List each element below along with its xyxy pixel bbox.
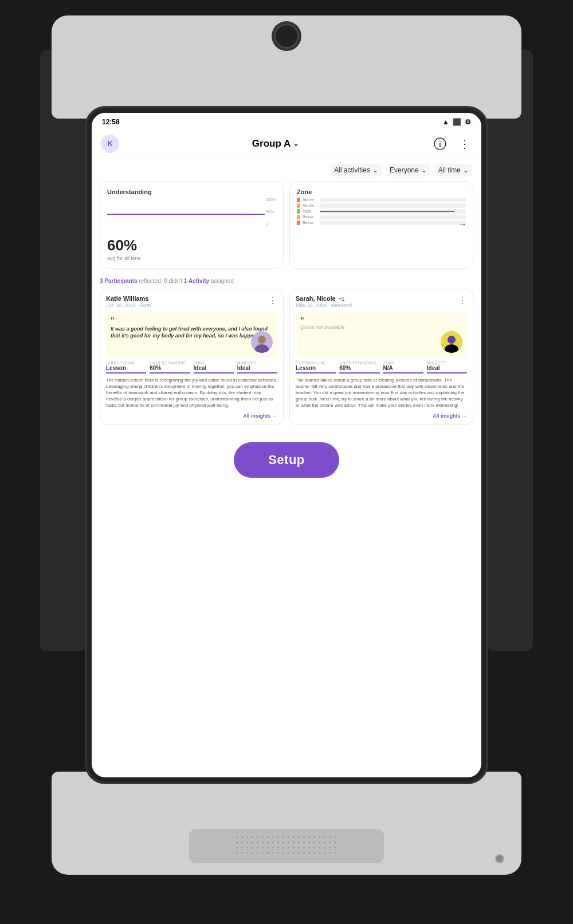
arm-left	[40, 50, 86, 651]
sarah-quote-block: " Quote not available	[296, 312, 467, 357]
zone-bar-bg-ideal	[320, 209, 466, 214]
katie-curriculum-value: Lesson	[106, 365, 146, 373]
katie-info: Katie Williams Jun 30, 2024 · Gym	[106, 295, 151, 308]
camera	[274, 23, 299, 49]
sarah-mindset: MINDSET Ideal	[427, 361, 467, 373]
signal-icon: ⬛	[453, 118, 461, 126]
zone-arrow-icon[interactable]: →	[458, 219, 467, 230]
katie-insights-link[interactable]: All insights →	[106, 413, 277, 419]
sarah-quote-unavailable: Quote not available	[300, 324, 462, 330]
tablet: 12:58 ▲ ⬛ ⚙ K Group A ⌄ i	[92, 113, 481, 777]
katie-understanding-value: 60%	[150, 365, 190, 373]
time-display: 12:58	[102, 118, 120, 126]
avatar[interactable]: K	[101, 135, 119, 153]
zone-label-above1: Above	[303, 198, 317, 202]
bottom-camera	[495, 854, 504, 863]
setup-button[interactable]: Setup	[234, 442, 339, 478]
sarah-card-header: Sarah, Nicole +1 May 30, 2024 · weekend …	[296, 295, 467, 308]
info-icon: i	[434, 137, 446, 150]
sarah-zone: ZONE N/A	[383, 361, 423, 373]
more-icon: ⋮	[459, 137, 470, 151]
zone-row-below1: Below	[297, 215, 466, 219]
sarah-name: Sarah, Nicole +1	[296, 295, 352, 302]
speaker-dots	[236, 836, 337, 855]
katie-zone-value: Ideal	[194, 365, 234, 373]
sarah-info: Sarah, Nicole +1 May 30, 2024 · weekend	[296, 295, 352, 308]
sarah-zone-label: ZONE	[383, 361, 423, 365]
assigned-text: assigned	[211, 278, 234, 284]
everyone-chevron-icon: ⌄	[421, 166, 427, 174]
status-icons: ▲ ⬛ ⚙	[442, 118, 471, 126]
katie-understanding: UNDERSTANDING 60%	[150, 361, 190, 373]
svg-point-6	[448, 336, 456, 344]
activity-count: 1 Activity	[184, 278, 209, 284]
katie-date: Jun 30, 2024 · Gym	[106, 302, 151, 308]
header-actions: i ⋮	[432, 136, 472, 152]
zone-label-above2: Above	[303, 203, 317, 207]
sarah-photo-circle	[441, 331, 462, 353]
more-button[interactable]: ⋮	[456, 136, 472, 152]
katie-photo-circle	[251, 331, 273, 353]
sarah-avatar-svg	[441, 331, 462, 353]
katie-avatar-svg	[251, 331, 273, 353]
everyone-filter[interactable]: Everyone ⌄	[386, 164, 430, 176]
activities-filter[interactable]: All activities ⌄	[331, 164, 382, 176]
app-content[interactable]: All activities ⌄ Everyone ⌄ All time ⌄ U…	[92, 159, 481, 777]
zone-bars: Above Above Ideal	[297, 198, 466, 225]
understanding-card: Understanding 100% 50% 0 60% avg for all…	[100, 181, 284, 269]
reflected-text: reflected, 0 didn't	[139, 278, 182, 284]
katie-quote-mark: "	[111, 316, 273, 324]
sarah-more-button[interactable]: ⋮	[458, 295, 467, 306]
katie-insights-label: All insights →	[243, 413, 277, 419]
zone-line	[320, 211, 454, 212]
stats-row: Understanding 100% 50% 0 60% avg for all…	[92, 181, 481, 274]
zone-bar-below1	[297, 215, 300, 219]
app-header: K Group A ⌄ i ⋮	[92, 131, 481, 159]
sarah-insights-link[interactable]: All insights →	[296, 413, 467, 419]
device-frame: 12:58 ▲ ⬛ ⚙ K Group A ⌄ i	[40, 15, 533, 909]
group-chevron-icon[interactable]: ⌄	[293, 139, 299, 148]
bottom-bracket	[52, 772, 521, 875]
arm-right	[487, 50, 533, 651]
time-filter[interactable]: All time ⌄	[435, 164, 472, 176]
zone-label-ideal: Ideal	[303, 209, 317, 213]
everyone-label: Everyone	[390, 166, 419, 174]
katie-curriculum: CURRICULUM Lesson	[106, 361, 146, 373]
zone-bar-bg-below2	[320, 221, 466, 225]
katie-mindset-value: Ideal	[237, 365, 277, 373]
katie-name: Katie Williams	[106, 295, 151, 302]
katie-mindset-label: MINDSET	[237, 361, 277, 365]
zone-row-above1: Above	[297, 198, 466, 202]
time-label: All time	[438, 166, 461, 174]
zone-label-below1: Below	[303, 215, 317, 219]
pct-0: 0	[266, 222, 276, 226]
pct-50: 50%	[266, 210, 276, 214]
zone-bar-ideal	[297, 209, 300, 214]
zone-bar-bg-above1	[320, 198, 466, 202]
sarah-name-text: Sarah, Nicole	[296, 295, 336, 302]
activities-label: All activities	[334, 166, 370, 174]
sarah-understanding: UNDERSTANDING 60%	[339, 361, 379, 373]
filter-bar: All activities ⌄ Everyone ⌄ All time ⌄	[92, 159, 481, 181]
info-button[interactable]: i	[432, 136, 448, 152]
sarah-name-extra: +1	[339, 296, 344, 302]
understanding-value: 60%	[107, 237, 276, 254]
katie-understanding-label: UNDERSTANDING	[150, 361, 190, 365]
katie-zone-label: ZONE	[194, 361, 234, 365]
katie-card-header: Katie Williams Jun 30, 2024 · Gym ⋮	[106, 295, 277, 308]
zone-bar-below2	[297, 221, 300, 225]
katie-insight-text: The hidden lesson here is recognizing th…	[106, 377, 277, 409]
speaker-grille	[189, 829, 384, 863]
zone-bar-above2	[297, 203, 300, 208]
sarah-mindset-value: Ideal	[427, 365, 467, 373]
top-bracket	[52, 15, 521, 119]
zone-card: Zone Above Above	[289, 181, 473, 269]
sarah-curriculum-value: Lesson	[296, 365, 336, 373]
activities-chevron-icon: ⌄	[372, 166, 378, 174]
katie-zone: ZONE Ideal	[194, 361, 234, 373]
katie-quote-text: It was a good feeling to get tired with …	[111, 325, 273, 340]
katie-more-button[interactable]: ⋮	[268, 295, 277, 306]
sarah-insight-text: The learner talked about a group task of…	[296, 377, 467, 409]
sarah-insights-label: All insights →	[433, 413, 467, 419]
zone-row-ideal: Ideal	[297, 209, 466, 214]
